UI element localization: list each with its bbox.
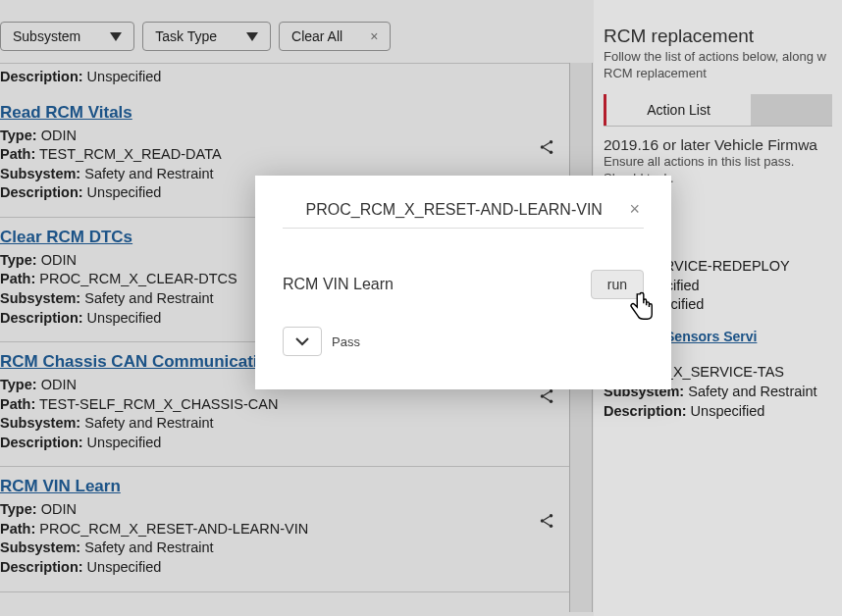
run-procedure-modal: PROC_RCM_X_RESET-AND-LEARN-VIN × RCM VIN… xyxy=(255,176,671,389)
modal-title: PROC_RCM_X_RESET-AND-LEARN-VIN xyxy=(283,201,625,219)
procedure-name: RCM VIN Learn xyxy=(283,276,394,293)
run-button[interactable]: run xyxy=(591,270,644,299)
result-status: Pass xyxy=(332,334,360,349)
close-icon[interactable]: × xyxy=(625,199,644,220)
chevron-down-icon xyxy=(295,336,309,346)
expand-toggle[interactable] xyxy=(283,327,322,356)
